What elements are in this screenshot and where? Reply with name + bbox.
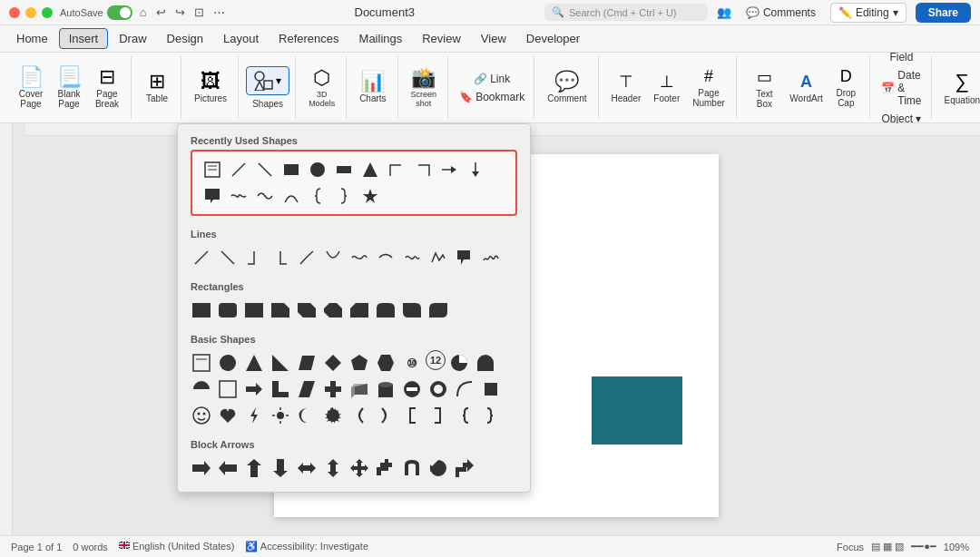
rect-snip5[interactable] [347,298,372,323]
basic-arc3[interactable] [452,376,477,402]
basic-parallelogram[interactable] [294,350,319,376]
basic-textbox[interactable] [189,350,214,376]
basic-arrow-shape[interactable] [241,376,267,402]
date-time-button[interactable]: 📅 Date & Time [877,67,925,109]
wordart-button[interactable]: A WordArt [787,69,826,107]
menu-home[interactable]: Home [7,29,57,48]
rect-snip4[interactable] [320,298,346,323]
autosave-toggle[interactable] [107,5,132,20]
shape-arrow-down[interactable] [463,157,488,182]
editing-button[interactable]: ✏️ Editing ▾ [830,3,906,23]
shape-wave2[interactable] [252,183,278,209]
basic-donut[interactable] [426,376,451,402]
table-button[interactable]: ⊞ Table [139,68,175,107]
arrow-bend[interactable] [373,455,398,481]
comment-button[interactable]: 💬 Comment [542,68,592,107]
pictures-button[interactable]: 🖼 Pictures [189,68,232,107]
menu-view[interactable]: View [472,29,515,48]
charts-button[interactable]: 📊 Charts [354,68,391,107]
basic-splash[interactable] [320,403,346,428]
equation-button[interactable]: ∑ Equation [939,66,980,109]
close-button[interactable] [9,7,20,18]
share-button[interactable]: Share [916,3,971,23]
basic-cube[interactable] [347,376,372,402]
basic-smiley[interactable] [189,403,214,428]
basic-brace-left[interactable] [452,403,477,428]
shape-arc2[interactable] [373,245,398,270]
shape-star[interactable] [358,183,383,209]
shape-text-box[interactable] [200,157,225,182]
shape-brace-open[interactable] [305,183,330,209]
shapes-button[interactable]: ▾ [246,66,289,95]
basic-circle[interactable] [215,350,240,376]
field-button[interactable]: Field [886,49,916,65]
redo-icon[interactable]: ↪ [175,5,185,19]
basic-diamond[interactable] [320,350,346,376]
basic-heart[interactable] [215,403,240,428]
basic-triangle[interactable] [241,350,267,376]
menu-layout[interactable]: Layout [214,29,268,48]
basic-paren-open[interactable] [347,403,372,428]
basic-lightning[interactable] [241,403,267,428]
basic-pentagon[interactable] [347,350,372,376]
bookmark-button[interactable]: 🔖 Bookmark [456,89,528,105]
menu-insert[interactable]: Insert [59,28,109,49]
arrow-quad[interactable] [347,455,372,481]
shape-callout-line[interactable] [452,245,477,270]
shape-curve2[interactable] [320,245,346,270]
more-icon[interactable]: ⋯ [213,5,225,19]
basic-noentry[interactable] [399,376,425,402]
shape-squiggle[interactable] [478,245,504,270]
shape-arrow-right[interactable] [436,157,462,182]
basic-cylinder[interactable] [373,376,398,402]
screenshot-button[interactable]: 📸 Screenshot [406,64,443,112]
rect-rounded[interactable] [215,298,240,323]
shape-scribble[interactable] [399,245,425,270]
basic-pie[interactable] [446,350,472,376]
arrow-corner[interactable] [452,455,477,481]
minimize-button[interactable] [25,7,36,18]
arrow-circular[interactable] [426,455,451,481]
shape-line2[interactable] [252,157,278,182]
arrow-right-block[interactable] [189,455,214,481]
header-button[interactable]: ⊤ Header [606,68,647,107]
basic-l-shape[interactable] [268,376,293,402]
footer-button[interactable]: ⊥ Footer [648,68,685,107]
rect-round-snip[interactable] [373,298,398,323]
arrow-uTurn[interactable] [399,455,425,481]
shape-rect2[interactable] [331,157,357,182]
basic-chord[interactable] [189,376,214,402]
zoom-level[interactable]: 109% [944,542,969,552]
menu-draw[interactable]: Draw [110,29,155,48]
shape-line-diag2[interactable] [215,245,240,270]
text-box-button[interactable]: ▭ Text Box [744,64,785,112]
page-number-button[interactable]: # PageNumber [687,64,730,112]
link-button[interactable]: 🔗 Link [470,71,514,87]
menu-mailings[interactable]: Mailings [350,29,412,48]
shape-callout[interactable] [200,183,225,209]
shape-wave[interactable] [226,183,251,209]
shape-curve1[interactable] [294,245,319,270]
basic-hexagon[interactable] [373,350,398,376]
blank-page-button[interactable]: 📃 BlankPage [51,64,87,112]
menu-review[interactable]: Review [413,29,470,48]
rect-snip2[interactable] [268,298,293,323]
arrow-lr-block[interactable] [294,455,319,481]
basic-bracket-close[interactable] [426,403,451,428]
basic-semicircle[interactable] [473,350,498,376]
comments-button[interactable]: 💬 Comments [740,4,821,22]
undo-icon[interactable]: ↩ [156,5,166,19]
basic-moon[interactable] [294,403,319,428]
rect-round-snip2[interactable] [399,298,425,323]
arrow-down-block[interactable] [268,455,293,481]
shape-line-diag[interactable] [189,245,214,270]
cover-page-button[interactable]: 📄 CoverPage [13,64,49,112]
basic-sq2[interactable] [478,376,504,402]
menu-references[interactable]: References [270,29,348,48]
shape-line-corner2[interactable] [268,245,293,270]
shape-arc[interactable] [279,183,304,209]
menu-developer[interactable]: Developer [517,29,589,48]
arrow-ud-block[interactable] [320,455,346,481]
page-break-button[interactable]: ⊟ PageBreak [89,64,125,112]
maximize-button[interactable] [42,7,53,18]
